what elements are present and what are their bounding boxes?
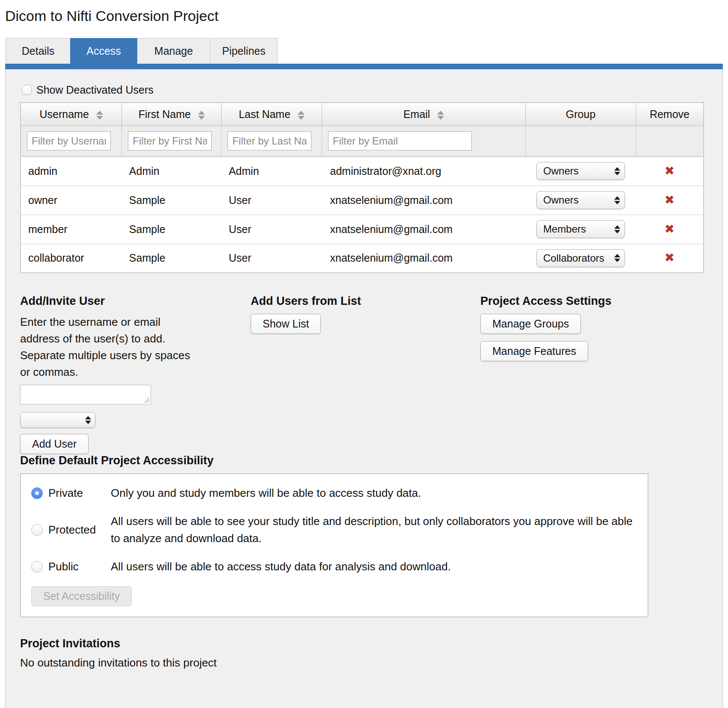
username-cell: owner bbox=[21, 186, 122, 215]
column-header-last-name[interactable]: Last Name bbox=[222, 103, 322, 126]
radio-private-label: Private bbox=[48, 487, 83, 500]
project-access-settings-section: Project Access Settings Manage Groups Ma… bbox=[480, 295, 722, 454]
column-header-label: Last Name bbox=[239, 108, 290, 120]
email-cell: xnatselenium@gmail.com bbox=[322, 215, 526, 244]
select-arrows-icon bbox=[614, 254, 620, 262]
sort-icon bbox=[298, 111, 305, 120]
access-tab-panel: Show Deactivated Users Username First Na… bbox=[5, 69, 723, 708]
username-cell: member bbox=[21, 215, 122, 244]
table-row: admin Admin Admin administrator@xnat.org… bbox=[21, 156, 704, 186]
group-select-value: Owners bbox=[543, 194, 579, 206]
username-cell: collaborator bbox=[21, 244, 122, 273]
select-arrows-icon bbox=[614, 167, 620, 175]
select-arrows-icon bbox=[85, 416, 91, 424]
tab-details[interactable]: Details bbox=[6, 38, 71, 64]
protected-description: All users will be able to see your study… bbox=[111, 513, 637, 547]
group-select[interactable]: Collaborators bbox=[536, 249, 625, 267]
add-user-textarea[interactable] bbox=[20, 385, 151, 404]
column-header-label: First Name bbox=[139, 108, 191, 120]
column-header-label: Username bbox=[40, 108, 89, 120]
filter-group-empty-cell bbox=[526, 126, 636, 156]
email-cell: administrator@xnat.org bbox=[322, 156, 526, 186]
group-select[interactable]: Owners bbox=[536, 191, 625, 209]
table-row: collaborator Sample User xnatselenium@gm… bbox=[21, 244, 704, 273]
select-arrows-icon bbox=[614, 225, 620, 233]
select-arrows-icon bbox=[614, 196, 620, 204]
group-select-value: Owners bbox=[543, 165, 579, 177]
table-row: member Sample User xnatselenium@gmail.co… bbox=[21, 215, 704, 244]
add-users-from-list-section: Add Users from List Show List bbox=[251, 295, 480, 454]
add-invite-heading: Add/Invite User bbox=[20, 295, 251, 308]
table-row: owner Sample User xnatselenium@gmail.com… bbox=[21, 186, 704, 215]
column-header-group: Group bbox=[526, 103, 636, 126]
add-invite-instructions: Enter the username or email address of t… bbox=[20, 314, 200, 381]
remove-user-icon[interactable]: ✖ bbox=[664, 164, 674, 177]
accessibility-option-private: Private Only you and study members will … bbox=[31, 484, 637, 502]
remove-user-icon[interactable]: ✖ bbox=[664, 251, 674, 264]
tab-access[interactable]: Access bbox=[70, 38, 137, 64]
column-header-email[interactable]: Email bbox=[322, 103, 526, 126]
add-users-from-list-heading: Add Users from List bbox=[251, 295, 480, 308]
remove-user-icon[interactable]: ✖ bbox=[664, 222, 674, 236]
manage-features-button[interactable]: Manage Features bbox=[480, 341, 588, 361]
column-header-username[interactable]: Username bbox=[21, 103, 122, 126]
tab-accent-bar bbox=[5, 64, 723, 69]
users-table: Username First Name Last Name Email Grou… bbox=[20, 102, 704, 273]
filter-remove-empty-cell bbox=[636, 126, 704, 156]
tab-pipelines[interactable]: Pipelines bbox=[210, 38, 278, 64]
group-select-value: Members bbox=[543, 223, 586, 235]
username-cell: admin bbox=[21, 156, 122, 186]
manage-groups-button[interactable]: Manage Groups bbox=[480, 314, 581, 334]
radio-public-label: Public bbox=[48, 560, 79, 573]
last-name-cell: User bbox=[222, 215, 322, 244]
group-select[interactable]: Members bbox=[536, 220, 625, 238]
filter-email-input[interactable] bbox=[328, 131, 472, 150]
radio-protected-label: Protected bbox=[48, 523, 96, 537]
page-title: Dicom to Nifti Conversion Project bbox=[5, 8, 728, 24]
private-description: Only you and study members will be able … bbox=[111, 484, 637, 502]
show-deactivated-label: Show Deactivated Users bbox=[36, 84, 154, 96]
first-name-cell: Sample bbox=[122, 244, 222, 273]
column-header-first-name[interactable]: First Name bbox=[122, 103, 222, 126]
email-cell: xnatselenium@gmail.com bbox=[322, 186, 526, 215]
accessibility-option-protected: Protected All users will be able to see … bbox=[31, 513, 637, 547]
radio-protected[interactable] bbox=[31, 524, 43, 536]
sort-icon bbox=[198, 111, 205, 120]
group-select[interactable]: Owners bbox=[536, 162, 625, 180]
public-description: All users will be able to access study d… bbox=[111, 558, 637, 575]
email-cell: xnatselenium@gmail.com bbox=[322, 244, 526, 273]
project-access-settings-heading: Project Access Settings bbox=[480, 295, 722, 308]
tab-bar: Details Access Manage Pipelines bbox=[6, 38, 728, 64]
tab-manage[interactable]: Manage bbox=[137, 38, 210, 64]
radio-private[interactable] bbox=[31, 487, 43, 499]
column-header-label: Email bbox=[403, 108, 430, 120]
last-name-cell: User bbox=[222, 244, 322, 273]
show-list-button[interactable]: Show List bbox=[251, 314, 321, 334]
first-name-cell: Sample bbox=[122, 215, 222, 244]
accessibility-heading: Define Default Project Accessibility bbox=[20, 454, 722, 467]
column-header-label: Remove bbox=[650, 108, 690, 120]
last-name-cell: User bbox=[222, 186, 322, 215]
add-invite-user-section: Add/Invite User Enter the username or em… bbox=[20, 295, 251, 454]
column-header-remove: Remove bbox=[636, 103, 704, 126]
sort-icon bbox=[437, 111, 444, 120]
filter-last-name-input[interactable] bbox=[228, 131, 311, 150]
last-name-cell: Admin bbox=[222, 156, 322, 186]
accessibility-box: Private Only you and study members will … bbox=[20, 473, 648, 617]
invitations-empty-message: No outstanding invitations to this proje… bbox=[20, 656, 722, 670]
project-invitations-section: Project Invitations No outstanding invit… bbox=[20, 637, 722, 670]
set-accessibility-button[interactable]: Set Accessibility bbox=[31, 586, 132, 606]
filter-username-input[interactable] bbox=[27, 131, 111, 150]
column-header-label: Group bbox=[566, 108, 595, 120]
remove-user-icon[interactable]: ✖ bbox=[664, 193, 674, 206]
add-user-group-select[interactable] bbox=[20, 412, 95, 428]
show-deactivated-checkbox[interactable] bbox=[22, 85, 32, 95]
radio-public[interactable] bbox=[31, 561, 43, 572]
filter-first-name-input[interactable] bbox=[128, 131, 212, 150]
accessibility-option-public: Public All users will be able to access … bbox=[31, 558, 637, 575]
first-name-cell: Sample bbox=[122, 186, 222, 215]
group-select-value: Collaborators bbox=[543, 252, 604, 264]
first-name-cell: Admin bbox=[122, 156, 222, 186]
add-user-button[interactable]: Add User bbox=[20, 434, 89, 454]
sort-icon bbox=[96, 111, 103, 120]
